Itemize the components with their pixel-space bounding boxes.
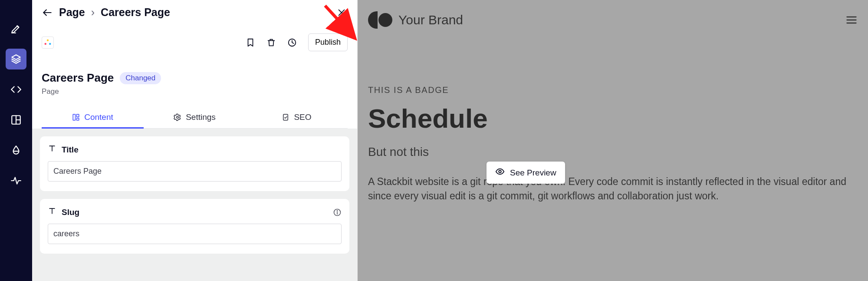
content-source-chip[interactable]: [42, 36, 54, 49]
rail-code-button[interactable]: [6, 79, 26, 100]
svg-rect-14: [77, 118, 79, 120]
back-icon[interactable]: [42, 7, 53, 18]
editor-panel: Page › Careers Page: [32, 0, 358, 281]
bookmark-icon[interactable]: [246, 38, 255, 47]
breadcrumb-root[interactable]: Page: [59, 6, 85, 19]
tab-settings[interactable]: Settings: [144, 107, 246, 128]
svg-point-9: [45, 43, 47, 45]
info-icon[interactable]: [333, 208, 342, 217]
tab-label: Settings: [186, 112, 216, 122]
svg-rect-16: [283, 114, 288, 120]
rail-theme-button[interactable]: [6, 140, 26, 161]
svg-point-28: [499, 170, 501, 173]
svg-rect-13: [77, 114, 79, 117]
rail-layers-button[interactable]: [6, 49, 26, 69]
page-title: Careers Page: [42, 71, 114, 85]
preview-dim-overlay: [358, 0, 868, 281]
see-preview-label: See Preview: [510, 168, 556, 178]
status-badge: Changed: [120, 72, 161, 84]
tab-seo[interactable]: SEO: [246, 107, 348, 128]
history-icon[interactable]: [287, 38, 297, 47]
field-title: Title: [40, 136, 349, 191]
field-label-text: Slug: [62, 208, 79, 217]
svg-rect-12: [73, 114, 75, 120]
tab-content[interactable]: Content: [42, 107, 144, 128]
svg-point-23: [337, 210, 337, 211]
tab-label: Content: [84, 112, 113, 122]
breadcrumb: Page › Careers Page: [42, 6, 170, 19]
rail-layout-button[interactable]: [6, 109, 26, 130]
svg-point-15: [177, 116, 179, 119]
rail-edit-button[interactable]: [6, 18, 26, 39]
tabs: Content Settings SEO: [42, 107, 348, 129]
side-rail: [0, 0, 32, 281]
field-slug: Slug: [40, 199, 349, 254]
eye-icon: [495, 167, 505, 179]
field-label-text: Title: [62, 145, 79, 155]
page-type-label: Page: [42, 87, 348, 96]
svg-marker-0: [12, 55, 20, 60]
tab-label: SEO: [294, 112, 311, 122]
preview-pane: Your Brand THIS IS A BADGE Schedule But …: [358, 0, 868, 281]
svg-point-10: [49, 43, 51, 45]
publish-button[interactable]: Publish: [308, 33, 348, 51]
rail-activity-button[interactable]: [6, 170, 26, 191]
see-preview-button[interactable]: See Preview: [487, 162, 565, 184]
svg-point-8: [47, 39, 49, 41]
close-button[interactable]: [335, 7, 348, 19]
form-body: Title Slug: [32, 129, 357, 281]
breadcrumb-sep: ›: [91, 6, 95, 19]
trash-icon[interactable]: [266, 38, 276, 47]
slug-input[interactable]: [48, 224, 342, 244]
text-type-icon: [48, 207, 56, 218]
title-input[interactable]: [48, 161, 342, 182]
text-type-icon: [48, 144, 56, 155]
breadcrumb-current[interactable]: Careers Page: [101, 6, 170, 19]
